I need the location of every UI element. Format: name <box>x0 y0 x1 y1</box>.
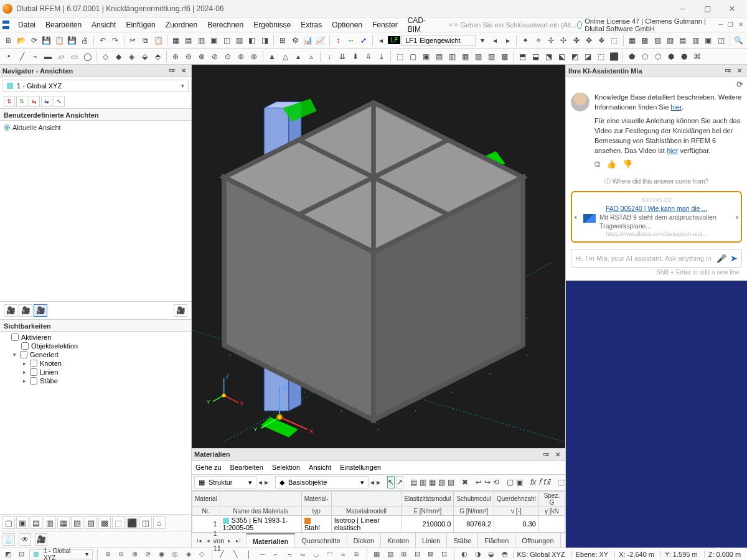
mat-t1[interactable]: ▤ <box>410 476 418 488</box>
tb-print-icon[interactable]: 🖨 <box>78 34 90 47</box>
sb-e1[interactable]: ◐ <box>459 549 470 559</box>
mat-v2[interactable]: ▣ <box>515 476 524 488</box>
tb2-d3-icon[interactable]: ⬔ <box>542 50 555 63</box>
tb2-ld4-icon[interactable]: ⇩ <box>362 50 375 63</box>
sb-c11[interactable]: ≋ <box>351 549 362 559</box>
tb-rx5-icon[interactable]: ✤ <box>570 34 582 47</box>
ai-refresh-button[interactable]: ⟳ <box>733 77 747 91</box>
sb-d3[interactable]: ⊞ <box>398 549 410 559</box>
axis-view-5[interactable]: ⤡ <box>54 96 65 107</box>
sb-d2[interactable]: ▧ <box>385 549 396 559</box>
mat-del[interactable]: ✖ <box>461 476 469 488</box>
navigator-pin-button[interactable]: ⮓ <box>167 67 177 75</box>
mat-cell-e[interactable]: 210000.0 <box>402 515 454 532</box>
tb2-d5-icon[interactable]: ◩ <box>568 50 581 63</box>
tb-view-7-icon[interactable]: ◧ <box>246 34 258 47</box>
tb2-b5-icon[interactable]: ⊙ <box>222 50 234 63</box>
camera-1-button[interactable]: 🎥 <box>4 304 17 317</box>
materials-close-button[interactable]: ✕ <box>553 450 563 459</box>
menu-ansicht[interactable]: Ansicht <box>87 19 121 31</box>
sb-c5[interactable]: ⌐ <box>271 549 282 559</box>
tb2-ld1-icon[interactable]: ↓ <box>323 50 336 63</box>
mat-u3[interactable]: ⟲ <box>492 476 500 488</box>
tb-axis-z-icon[interactable]: ⤢ <box>357 34 369 47</box>
tb-diagram-icon[interactable]: 📈 <box>314 34 326 47</box>
tb2-d1-icon[interactable]: ⬒ <box>516 50 529 63</box>
mat-e1[interactable]: ⬚ <box>557 476 565 488</box>
ai-pin-button[interactable]: ⮓ <box>723 67 733 75</box>
mat-t3[interactable]: ▦ <box>428 476 436 488</box>
tb-reload-icon[interactable]: ⟳ <box>28 34 40 47</box>
mat-prev-button[interactable]: ◂ <box>258 476 263 488</box>
faq-link[interactable]: FAQ 005240 | Wie kann man die ... <box>583 204 730 213</box>
tb2-sup4-icon[interactable]: ▵ <box>305 50 317 63</box>
page-next-button[interactable]: ▸ <box>227 538 232 544</box>
tb2-sup2-icon[interactable]: △ <box>279 50 291 63</box>
tb-paste-icon[interactable]: 📋 <box>152 34 164 47</box>
ai-copy-button[interactable]: ⧉ <box>594 159 600 170</box>
tb-view-2-icon[interactable]: ▤ <box>182 34 194 47</box>
tb2-e5-icon[interactable]: ⬣ <box>678 50 690 63</box>
vis-activate-checkbox[interactable] <box>11 334 19 341</box>
tb-calc-icon[interactable]: ⚙ <box>289 34 301 47</box>
vis-nodes-row[interactable]: ▸Knoten <box>4 359 187 368</box>
axis-view-4[interactable]: ⇆ <box>41 96 52 107</box>
nt1-7[interactable]: ▨ <box>85 516 97 529</box>
tb2-sup1-icon[interactable]: ▲ <box>266 50 278 63</box>
tb2-sup3-icon[interactable]: ▴ <box>292 50 304 63</box>
sb-b3[interactable]: ⊗ <box>129 549 141 559</box>
sb-c8[interactable]: ◡ <box>311 549 322 559</box>
command-search[interactable]: « »Geben Sie ein Schlüsselwort ein (Alt.… <box>449 21 577 29</box>
materials-pin-button[interactable]: ⮓ <box>542 450 552 459</box>
sb-b6[interactable]: ◎ <box>169 549 181 559</box>
tb2-c6-icon[interactable]: ▦ <box>459 50 471 63</box>
sb-cs-combo[interactable]: 1 - Global XYZ▾ <box>29 549 93 559</box>
tb-mesh-icon[interactable]: ⊞ <box>276 34 288 47</box>
mat-cell-name[interactable]: S355 | EN 1993-1-1:2005-05 <box>220 515 301 532</box>
tb-lf-back-icon[interactable]: ◂ <box>489 34 501 47</box>
mat-b-next-button[interactable]: ▸ <box>376 476 381 488</box>
tb2-d4-icon[interactable]: ⬕ <box>555 50 568 63</box>
tb2-ld2-icon[interactable]: ⇊ <box>336 50 349 63</box>
sb-c1[interactable]: ╱ <box>217 549 228 559</box>
tb-cut-icon[interactable]: ✂ <box>127 34 139 47</box>
tb-disp8-icon[interactable]: ◫ <box>715 34 726 47</box>
page-prev-button[interactable]: ◂ <box>205 538 211 544</box>
sb-c9[interactable]: ◠ <box>324 549 336 559</box>
tab-staebe[interactable]: Stäbe <box>447 533 478 548</box>
axis-view-2[interactable]: ⇅ <box>16 96 27 107</box>
tab-knoten[interactable]: Knoten <box>381 533 416 548</box>
vis-generated-row[interactable]: ▾Generiert <box>4 350 187 359</box>
nt1-6[interactable]: ▧ <box>71 516 83 529</box>
ai-link-2[interactable]: hier <box>667 147 678 154</box>
mic-icon[interactable]: 🎤 <box>716 254 726 263</box>
nt1-5[interactable]: ▦ <box>57 516 70 529</box>
sb-b2[interactable]: ⊖ <box>116 549 127 559</box>
mdi-minimize-button[interactable]: ─ <box>717 21 725 29</box>
tb2-e2-icon[interactable]: ⬠ <box>639 50 651 63</box>
tab-dicken[interactable]: Dicken <box>347 533 382 548</box>
tb2-a1-icon[interactable]: ◇ <box>99 50 111 63</box>
tb2-c3-icon[interactable]: ▣ <box>420 50 432 63</box>
tb-new-icon[interactable]: 🗎 <box>2 34 14 47</box>
menu-ergebnisse[interactable]: Ergebnisse <box>248 19 296 31</box>
tb-lf-fwd-icon[interactable]: ▸ <box>502 34 514 47</box>
menu-fenster[interactable]: Fenster <box>367 19 403 31</box>
sb-c6[interactable]: ¬ <box>284 549 295 559</box>
mat-menu-view[interactable]: Ansicht <box>309 464 331 471</box>
tb-open-icon[interactable]: 📂 <box>15 34 27 47</box>
tb-view-3-icon[interactable]: ▥ <box>195 34 207 47</box>
nt1-10[interactable]: ⬛ <box>126 516 138 529</box>
mdi-restore-button[interactable]: ❐ <box>727 21 735 29</box>
tb2-a4-icon[interactable]: ⬙ <box>138 50 151 63</box>
mat-u1[interactable]: ↩ <box>475 476 482 488</box>
tb2-e6-icon[interactable]: ⌘ <box>691 50 703 63</box>
tab-oeffnungen[interactable]: Öffnungen <box>515 533 560 548</box>
camera-3-button[interactable]: 🎥 <box>34 304 47 317</box>
vis-activate-row[interactable]: Aktivieren <box>4 333 187 342</box>
tb-disp3-icon[interactable]: ▨ <box>651 34 663 47</box>
camera-2-button[interactable]: 🎥 <box>19 304 32 317</box>
sb-c7[interactable]: ⌙ <box>298 549 309 559</box>
menu-berechnen[interactable]: Berechnen <box>202 19 248 31</box>
tb2-open-icon[interactable]: ◯ <box>81 50 93 63</box>
